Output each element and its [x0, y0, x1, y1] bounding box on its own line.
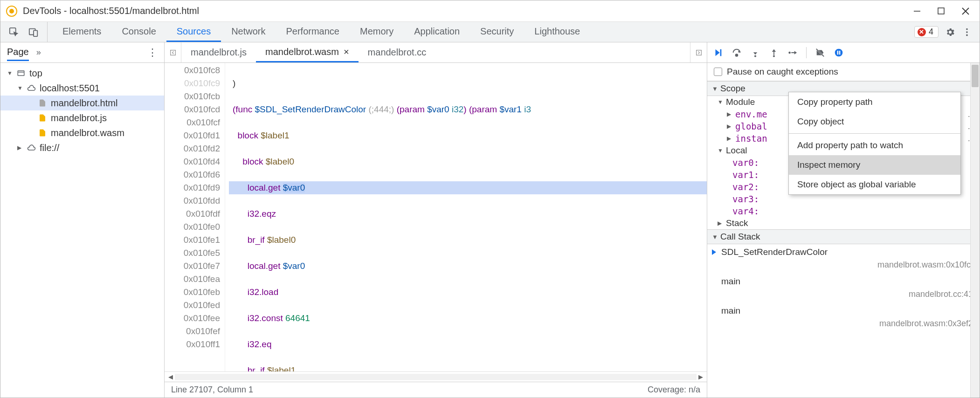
gutter-address[interactable]: 0x010fd6	[165, 168, 220, 181]
tree-file[interactable]: mandelbrot.html	[0, 96, 164, 110]
svg-rect-28	[837, 50, 839, 54]
panel-tab-performance[interactable]: Performance	[276, 22, 350, 42]
error-badge[interactable]: ✕ 4	[914, 26, 939, 38]
status-bar: Line 27107, Column 1 Coverage: n/a	[165, 382, 707, 398]
gutter-address[interactable]: 0x010fc9	[165, 77, 220, 90]
horizontal-scrollbar[interactable]: ◀ ▶	[165, 371, 707, 382]
gutter-address[interactable]: 0x010fd2	[165, 142, 220, 155]
devtools-window: DevTools - localhost:5501/mandelbrot.htm…	[0, 0, 980, 398]
device-toolbar-icon[interactable]	[28, 27, 39, 37]
callstack-section-header[interactable]: ▼ Call Stack	[707, 229, 980, 244]
navigator-header: Page » ⋮	[0, 42, 164, 63]
source-tab-label: mandelbrot.cc	[368, 47, 427, 58]
scroll-tabs-left-icon[interactable]	[165, 42, 181, 62]
tree-host[interactable]: ▼ localhost:5501	[0, 81, 164, 96]
svg-point-23	[788, 51, 791, 54]
panel-tab-console[interactable]: Console	[111, 22, 166, 42]
gutter-address[interactable]: 0x010fe0	[165, 220, 220, 233]
menu-divider	[789, 133, 960, 134]
collapse-icon: ▼	[712, 85, 718, 92]
gutter-address[interactable]: 0x010fd9	[165, 181, 220, 194]
vertical-scrollbar[interactable]	[970, 63, 980, 398]
code-lines: ) (func $SDL_SetRenderDrawColor (;444;) …	[225, 63, 707, 371]
context-menu-item[interactable]: Copy object	[789, 112, 960, 131]
pause-label: Pause on caught exceptions	[727, 67, 838, 77]
frame-name: main	[721, 276, 740, 287]
more-menu-icon[interactable]	[962, 27, 972, 37]
gutter-address[interactable]: 0x010fc8	[165, 64, 220, 77]
navigator-more-tabs-icon[interactable]: »	[36, 48, 41, 57]
panel-tab-sources[interactable]: Sources	[166, 22, 221, 42]
gutter-address[interactable]: 0x010fed	[165, 299, 220, 312]
context-menu-item[interactable]: Store object as global variable	[789, 175, 960, 194]
gutter-address[interactable]: 0x010fd4	[165, 155, 220, 168]
gutter-address[interactable]: 0x010fcd	[165, 103, 220, 116]
code-area[interactable]: 0x010fc80x010fc90x010fcb0x010fcd0x010fcf…	[165, 63, 707, 371]
cloud-icon	[27, 143, 36, 152]
tree-file[interactable]: mandelbrot.wasm	[0, 125, 164, 140]
panel-tab-lighthouse[interactable]: Lighthouse	[524, 22, 590, 42]
callstack-frame[interactable]: main	[707, 274, 980, 289]
step-into-button[interactable]	[750, 48, 760, 58]
gutter-address[interactable]: 0x010fcb	[165, 90, 220, 103]
panel-tab-list: ElementsConsoleSourcesNetworkPerformance…	[48, 22, 907, 42]
deactivate-breakpoints-button[interactable]	[815, 48, 825, 58]
tree-file-scheme[interactable]: ▶ file://	[0, 140, 164, 155]
tree-label: mandelbrot.html	[51, 98, 117, 109]
gutter-address[interactable]: 0x010fee	[165, 312, 220, 325]
step-button[interactable]	[787, 48, 798, 58]
step-over-button[interactable]	[732, 48, 742, 58]
minimize-button[interactable]	[912, 7, 922, 16]
source-tab[interactable]: mandelbrot.cc	[359, 42, 436, 62]
gutter-address[interactable]: 0x010fea	[165, 273, 220, 286]
gutter-address[interactable]: 0x010feb	[165, 286, 220, 299]
gutter-address[interactable]: 0x010fef	[165, 325, 220, 338]
settings-gear-icon[interactable]	[945, 27, 955, 37]
context-menu-item[interactable]: Inspect memory	[789, 155, 960, 175]
panel-tab-memory[interactable]: Memory	[350, 22, 404, 42]
svg-point-11	[966, 34, 968, 36]
gutter-address[interactable]: 0x010ff1	[165, 338, 220, 351]
pause-on-caught-row[interactable]: Pause on caught exceptions	[707, 63, 980, 81]
navigator-menu-icon[interactable]: ⋮	[147, 47, 158, 59]
collapse-icon: ▼	[718, 147, 723, 154]
tree-top-frame[interactable]: ▼ top	[0, 66, 164, 81]
panel-tab-application[interactable]: Application	[404, 22, 470, 42]
gutter-address[interactable]: 0x010fe5	[165, 247, 220, 260]
navigator-page-tab[interactable]: Page	[7, 44, 29, 61]
scroll-right-arrow-icon[interactable]: ▶	[697, 373, 705, 380]
gutter-address[interactable]: 0x010fd1	[165, 129, 220, 142]
gutter-address[interactable]: 0x010fcf	[165, 116, 220, 129]
pause-on-exceptions-button[interactable]	[834, 48, 844, 58]
source-panel: mandelbrot.jsmandelbrot.wasm×mandelbrot.…	[165, 42, 707, 398]
scope-variable[interactable]: var4:	[707, 205, 980, 217]
inspect-element-icon[interactable]	[9, 27, 19, 37]
scope-stack[interactable]: ▶ Stack	[707, 217, 980, 229]
source-tab[interactable]: mandelbrot.wasm×	[256, 42, 359, 62]
source-tab[interactable]: mandelbrot.js	[181, 42, 256, 62]
panel-tab-elements[interactable]: Elements	[52, 22, 111, 42]
scroll-left-arrow-icon[interactable]: ◀	[166, 373, 175, 380]
tree-file[interactable]: mandelbrot.js	[0, 110, 164, 125]
panel-tab-security[interactable]: Security	[470, 22, 524, 42]
scroll-tabs-right-icon[interactable]	[690, 42, 707, 62]
close-tab-icon[interactable]: ×	[344, 47, 349, 57]
maximize-button[interactable]	[937, 7, 946, 16]
close-button[interactable]	[961, 7, 970, 16]
resume-button[interactable]	[713, 48, 723, 58]
gutter-address[interactable]: 0x010fe7	[165, 260, 220, 273]
gutter-address[interactable]: 0x010fe1	[165, 233, 220, 247]
debug-toolbar	[707, 42, 980, 63]
context-menu-item[interactable]: Add property path to watch	[789, 136, 960, 155]
tree-label: mandelbrot.js	[51, 113, 107, 124]
callstack-frame[interactable]: main	[707, 303, 980, 319]
pause-checkbox[interactable]	[714, 68, 722, 76]
source-tabs-bar: mandelbrot.jsmandelbrot.wasm×mandelbrot.…	[165, 42, 707, 63]
panel-tab-network[interactable]: Network	[221, 22, 276, 42]
collapse-icon: ▼	[718, 99, 723, 105]
gutter-address[interactable]: 0x010fdd	[165, 194, 220, 207]
callstack-frame[interactable]: SDL_SetRenderDrawColor	[707, 244, 980, 260]
context-menu-item[interactable]: Copy property path	[789, 92, 960, 112]
step-out-button[interactable]	[769, 48, 779, 58]
gutter-address[interactable]: 0x010fdf	[165, 207, 220, 220]
